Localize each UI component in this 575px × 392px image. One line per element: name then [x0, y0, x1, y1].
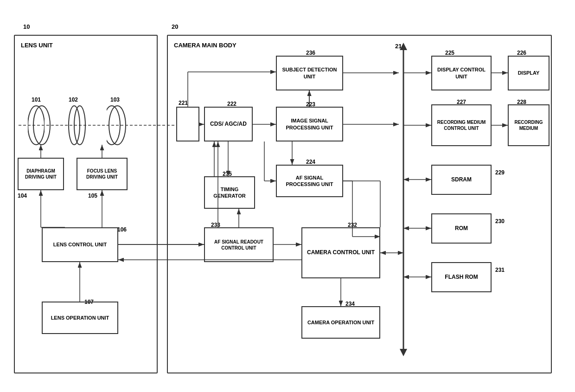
diaphragm-driving-unit: DIAPHRAGM DRIVING UNIT [18, 158, 64, 190]
timing-generator: TIMING GENERATOR [204, 176, 255, 209]
recording-medium-control-unit: RECORDING MEDIUM CONTROL UNIT [431, 104, 492, 146]
subject-detection-unit: SUBJECT DETECTION UNIT [276, 56, 343, 90]
ref-231: 231 [495, 267, 505, 273]
ref-103: 103 [110, 96, 120, 103]
ref-107: 107 [84, 299, 94, 305]
ref-224: 224 [306, 159, 315, 165]
ref-104: 104 [18, 193, 27, 199]
ref-10: 10 [23, 23, 30, 30]
recording-medium: RECORDING MEDIUM [508, 104, 549, 146]
ref-234: 234 [345, 301, 355, 307]
ref-106: 106 [117, 226, 127, 233]
ref-226: 226 [517, 50, 526, 56]
ref-228: 228 [517, 99, 526, 105]
lens-unit-label: LENS UNIT [21, 42, 53, 49]
ref-227: 227 [457, 99, 466, 105]
ref-233: 233 [211, 222, 220, 228]
ref-225: 225 [445, 50, 454, 56]
ref-222: 222 [227, 101, 236, 107]
ref-105: 105 [88, 193, 97, 199]
ref-235: 235 [223, 171, 232, 177]
ref-236: 236 [306, 50, 315, 56]
cds-agc-ad: CDS/ AGC/AD [204, 107, 253, 141]
ref-232: 232 [348, 222, 357, 228]
lens-operation-unit: LENS OPERATION UNIT [42, 302, 118, 334]
ref-21: 21 [395, 43, 402, 50]
ref-229: 229 [495, 169, 505, 176]
flash-rom: FLASH ROM [431, 262, 492, 292]
ref-230: 230 [495, 218, 505, 225]
display-control-unit: DISPLAY CONTROL UNIT [431, 56, 492, 90]
image-sensor [176, 107, 199, 141]
rom: ROM [431, 213, 492, 244]
af-signal-readout-control-unit: AF SIGNAL READOUT CONTROL UNIT [204, 227, 274, 262]
sdram: SDRAM [431, 165, 492, 195]
camera-operation-unit: CAMERA OPERATION UNIT [301, 306, 380, 339]
ref-102: 102 [69, 96, 78, 103]
focus-lens-driving-unit: FOCUS LENS DRIVING UNIT [77, 158, 128, 190]
lens-control-unit: LENS CONTROL UNIT [42, 227, 118, 262]
camera-control-unit: CAMERA CONTROL UNIT [301, 227, 380, 278]
af-signal-processing-unit: AF SIGNAL PROCESSING UNIT [276, 165, 343, 197]
diagram: 10 20 21 LENS UNIT CAMERA MAIN BODY 101 … [0, 0, 575, 392]
camera-main-body-label: CAMERA MAIN BODY [174, 42, 236, 49]
image-signal-processing-unit: IMAGE SIGNAL PROCESSING UNIT [276, 107, 343, 141]
display: DISPLAY [508, 56, 549, 90]
ref-101: 101 [32, 96, 41, 103]
ref-221: 221 [179, 100, 188, 106]
ref-20: 20 [172, 23, 178, 30]
ref-223: 223 [306, 101, 315, 108]
